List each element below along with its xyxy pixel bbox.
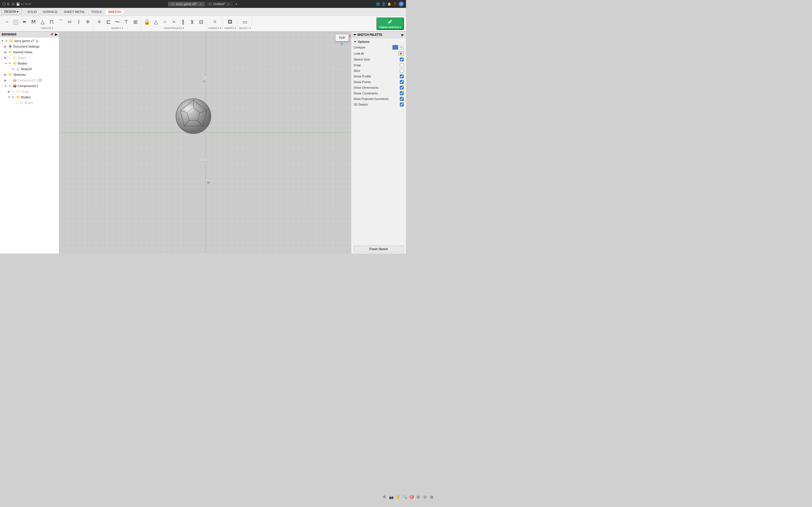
lookat-btn[interactable]: ⊞ <box>398 51 404 56</box>
spline-tool[interactable]: ⌇ <box>74 18 83 26</box>
tree-component1[interactable]: ▶ 👁 📦 Component1:1 <box>0 77 59 83</box>
move-tool[interactable]: ✛ <box>84 18 92 26</box>
broadcast-icon[interactable]: 📡 <box>35 40 39 43</box>
mirror-tool[interactable]: Ⅿ <box>29 18 38 26</box>
project-tool[interactable]: ⊏ <box>104 18 112 26</box>
trim-tool[interactable]: ✂ <box>65 18 74 26</box>
menu-tab-surface[interactable]: SURFACE <box>40 10 60 14</box>
tree-comp3-bodies[interactable]: ▼ 👁 📁 Bodies <box>0 94 59 100</box>
tab-sorry-game[interactable]: ⬡ sorry game v8* × <box>168 2 205 6</box>
tree-origin[interactable]: ▶ 👁 📁 Origin <box>0 55 59 61</box>
arrow-bodies-root[interactable]: ▼ <box>4 62 8 65</box>
triangle-tool[interactable]: △ <box>38 18 47 26</box>
tree-body18[interactable]: 👁 □ Body18 <box>0 66 59 72</box>
tree-sorry-game-v7[interactable]: ▼ 👁 📁 sorry game v7 📡 <box>0 38 59 44</box>
arrow-sketches[interactable]: ▶ <box>4 73 8 76</box>
tree-component3[interactable]: ▼ 👁 📦 Component3:1 <box>0 83 59 89</box>
canvas-area[interactable]: 75 <box>59 32 351 253</box>
tree-bodies-root[interactable]: ▼ 👁 📁 Bodies <box>0 61 59 66</box>
show-profile-checkbox[interactable] <box>400 74 404 78</box>
tab-close[interactable]: × <box>200 2 201 6</box>
tree-doc-settings[interactable]: ▶ ⚙ Document Settings <box>0 44 59 49</box>
arrow-comp3-origin[interactable]: ▶ <box>8 90 11 93</box>
arrow-doc[interactable]: ▶ <box>4 45 8 48</box>
tree-sketches[interactable]: ▶ 📁 Sketches <box>0 72 59 77</box>
menu-tab-sketch[interactable]: SKETCH <box>105 9 124 14</box>
eye-body18[interactable]: 👁 <box>11 67 15 71</box>
eye-comp3-origin[interactable]: 👁 <box>11 90 15 94</box>
show-projected-checkbox[interactable] <box>400 97 404 101</box>
collinear-constraint[interactable]: ⊟ <box>197 18 205 26</box>
lock-constraint[interactable]: 🔒 <box>143 18 151 26</box>
arrow-origin[interactable]: ▶ <box>4 56 8 59</box>
eye-comp1[interactable]: 👁 <box>8 78 12 82</box>
triangle-constraint[interactable]: △ <box>152 18 160 26</box>
arc-tool[interactable]: ⌒ <box>56 18 65 26</box>
arrow-comp1[interactable]: ▶ <box>4 79 8 82</box>
view-cube[interactable]: TOP X Y <box>335 34 349 47</box>
finish-sketch-palette-btn[interactable]: Finish Sketch <box>354 245 404 252</box>
parallel-constraint[interactable]: ∥ <box>179 18 187 26</box>
rect-tool[interactable]: ⬜ <box>11 18 20 26</box>
tree-comp3-origin[interactable]: ▶ 👁 📁 Origin <box>0 89 59 94</box>
offset-tool[interactable]: ≡ <box>95 18 103 26</box>
arrow-named[interactable]: ▶ <box>4 51 8 54</box>
arrow-comp3-bodies[interactable]: ▼ <box>8 96 11 99</box>
image-insert[interactable]: 🖼 <box>226 18 234 26</box>
menu-tab-solid[interactable]: SOLID <box>24 10 40 14</box>
tab-untitled[interactable]: ⬡ Untitled* × <box>205 2 233 6</box>
browser-pin-icon[interactable]: 📌 <box>50 33 54 36</box>
undo-btn[interactable]: ↩ <box>21 2 24 6</box>
eye-origin[interactable]: 👁 <box>8 56 12 60</box>
snap-checkbox[interactable] <box>400 63 404 67</box>
extend-tool[interactable]: ⊤ <box>122 18 131 26</box>
undo2-btn[interactable]: ↩ <box>29 2 31 6</box>
show-constraints-checkbox[interactable] <box>400 91 404 95</box>
linetype-color-box[interactable] <box>393 45 398 50</box>
app-menu-icon[interactable]: ☰ <box>7 2 10 6</box>
cube-top-face[interactable]: TOP <box>335 34 349 41</box>
arrow-comp3[interactable]: ▼ <box>4 84 8 87</box>
tree-named-views[interactable]: ▶ 📁 Named Views <box>0 49 59 55</box>
arrow-sorry[interactable]: ▼ <box>1 40 4 42</box>
perp-constraint[interactable]: ⊻ <box>188 18 196 26</box>
browser-collapse-icon[interactable]: ▶ <box>55 33 57 36</box>
select-tool[interactable]: ▭ <box>241 18 249 26</box>
scale-tool[interactable]: ⊞ <box>131 18 140 26</box>
question-icon[interactable]: ❓ <box>393 2 397 6</box>
redo-btn[interactable]: ↪ <box>25 2 28 6</box>
eye-sorry[interactable]: 👁 <box>4 39 8 43</box>
design-dropdown[interactable]: DESIGN ▾ <box>1 9 22 14</box>
options-header[interactable]: ▼ Options <box>351 39 406 44</box>
sketchgrid-checkbox[interactable] <box>400 57 404 61</box>
new-tab-btn[interactable]: + <box>234 2 239 6</box>
tab-close2[interactable]: × <box>228 2 230 6</box>
tree-body1[interactable]: 👁 □ Body1 <box>0 100 59 106</box>
linetype-options[interactable]: ⬡ <box>399 45 404 50</box>
eye-comp3[interactable]: 👁 <box>8 84 12 88</box>
slot-tool[interactable]: ⊓ <box>47 18 56 26</box>
menu-tab-tools[interactable]: TOOLS <box>89 10 105 14</box>
eye-comp3-bodies[interactable]: 👁 <box>11 95 15 99</box>
show-points-checkbox[interactable] <box>400 80 404 84</box>
slice-checkbox[interactable] <box>400 69 404 73</box>
palette-expand-icon[interactable]: ▶ <box>402 33 404 36</box>
user-icon[interactable]: 👤 <box>382 2 386 6</box>
measure-tool[interactable]: ⌗ <box>211 18 219 26</box>
line-tool[interactable]: → <box>2 18 11 26</box>
3d-sketch-checkbox[interactable] <box>400 103 404 107</box>
finish-sketch-toolbar-btn[interactable]: ✔ FINISH SKETCH ▾ <box>376 17 404 30</box>
circle-constraint[interactable]: ○ <box>161 18 169 26</box>
save-btn[interactable]: 💾 <box>16 2 20 6</box>
notification-icon[interactable]: 🔔 <box>388 2 391 6</box>
sketch-tool[interactable]: ✒ <box>20 18 29 26</box>
user-avatar[interactable]: JP <box>399 1 404 6</box>
eye-body1[interactable]: 👁 <box>15 101 18 105</box>
equal-constraint[interactable]: ≈ <box>170 18 178 26</box>
eye-bodies-root[interactable]: 👁 <box>8 61 12 65</box>
toolbar-icon[interactable]: ⊡ <box>12 2 14 6</box>
menu-tab-sheetmetal[interactable]: SHEET METAL <box>61 10 88 14</box>
help-icon[interactable]: 🌐 <box>376 2 380 6</box>
show-dimensions-checkbox[interactable] <box>400 86 404 90</box>
break-tool[interactable]: 〜 <box>113 18 121 26</box>
